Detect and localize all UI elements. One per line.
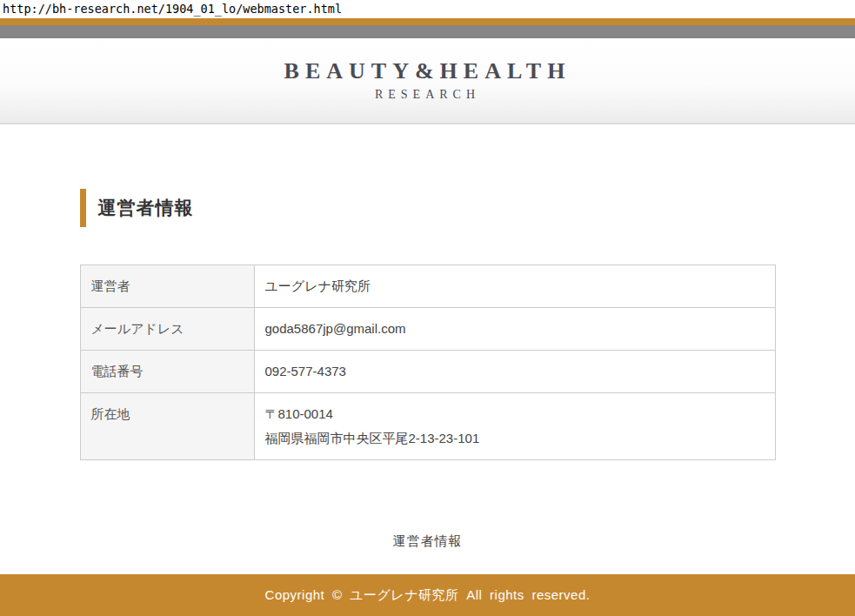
row-label-operator: 運営者 bbox=[80, 265, 254, 308]
row-value-address: 〒810-0014 福岡県福岡市中央区平尾2-13-23-101 bbox=[254, 393, 775, 460]
operator-info-table: 運営者 ユーグレナ研究所 メールアドレス goda5867jp@gmail.co… bbox=[80, 264, 776, 460]
table-row-address: 所在地 〒810-0014 福岡県福岡市中央区平尾2-13-23-101 bbox=[80, 393, 775, 460]
address-street: 福岡県福岡市中央区平尾2-13-23-101 bbox=[265, 426, 765, 451]
table-row-phone: 電話番号 092-577-4373 bbox=[80, 351, 775, 393]
copyright-bar: Copyright © ユーグレナ研究所 All rights reserved… bbox=[0, 574, 855, 616]
gray-strip bbox=[0, 25, 855, 38]
table-row-email: メールアドレス goda5867jp@gmail.com bbox=[80, 308, 775, 351]
row-value-phone: 092-577-4373 bbox=[254, 351, 775, 393]
site-header: BEAUTY&HEALTH RESEARCH bbox=[0, 38, 855, 124]
logo-main-text: BEAUTY&HEALTH bbox=[284, 58, 571, 84]
main-content: 運営者情報 運営者 ユーグレナ研究所 メールアドレス goda5867jp@gm… bbox=[80, 189, 776, 550]
table-row-operator: 運営者 ユーグレナ研究所 bbox=[80, 265, 775, 308]
footer-nav-link-operator-info[interactable]: 運営者情報 bbox=[393, 533, 463, 548]
page-title: 運営者情報 bbox=[80, 189, 776, 227]
row-value-operator: ユーグレナ研究所 bbox=[254, 265, 775, 308]
row-label-phone: 電話番号 bbox=[80, 351, 254, 393]
address-postal-code: 〒810-0014 bbox=[265, 402, 765, 426]
url-bar: http://bh-research.net/1904_01_lo/webmas… bbox=[0, 0, 855, 18]
row-label-email: メールアドレス bbox=[80, 308, 254, 351]
footer-nav: 運営者情報 bbox=[80, 533, 776, 550]
logo-sub-text: RESEARCH bbox=[284, 88, 571, 102]
row-value-email: goda5867jp@gmail.com bbox=[254, 308, 775, 351]
site-logo[interactable]: BEAUTY&HEALTH RESEARCH bbox=[284, 38, 571, 102]
row-label-address: 所在地 bbox=[80, 393, 254, 460]
accent-strip bbox=[0, 18, 855, 25]
